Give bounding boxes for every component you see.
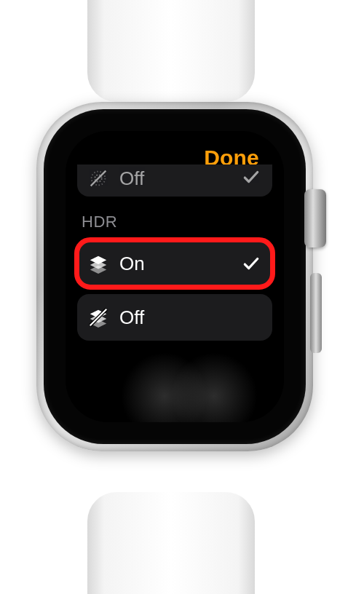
- live-photo-off-icon: [87, 167, 109, 189]
- watch-band-bottom: [87, 492, 255, 594]
- watch-case: Done Off: [36, 102, 313, 451]
- settings-list[interactable]: Off HDR: [77, 178, 272, 411]
- checkmark-icon: [242, 254, 261, 273]
- live-photo-off-label: Off: [119, 167, 232, 190]
- live-photo-off-row[interactable]: Off: [77, 165, 272, 197]
- hdr-on-row[interactable]: On: [77, 240, 272, 287]
- screen-reflection: [121, 352, 208, 422]
- watch-screen: Done Off: [66, 131, 284, 422]
- hdr-off-icon: [87, 306, 109, 328]
- hdr-off-label: Off: [119, 306, 261, 329]
- watch-band-top: [87, 0, 255, 102]
- checkmark-icon: [242, 167, 261, 186]
- hdr-on-label: On: [119, 253, 232, 275]
- hdr-off-row[interactable]: Off: [77, 294, 272, 341]
- screen-reflection: [170, 352, 258, 422]
- side-button[interactable]: [310, 273, 322, 353]
- digital-crown[interactable]: [304, 189, 326, 248]
- svg-marker-5: [90, 266, 107, 274]
- svg-line-2: [91, 171, 106, 186]
- hdr-section-title: HDR: [77, 204, 272, 233]
- hdr-on-icon: [87, 253, 109, 274]
